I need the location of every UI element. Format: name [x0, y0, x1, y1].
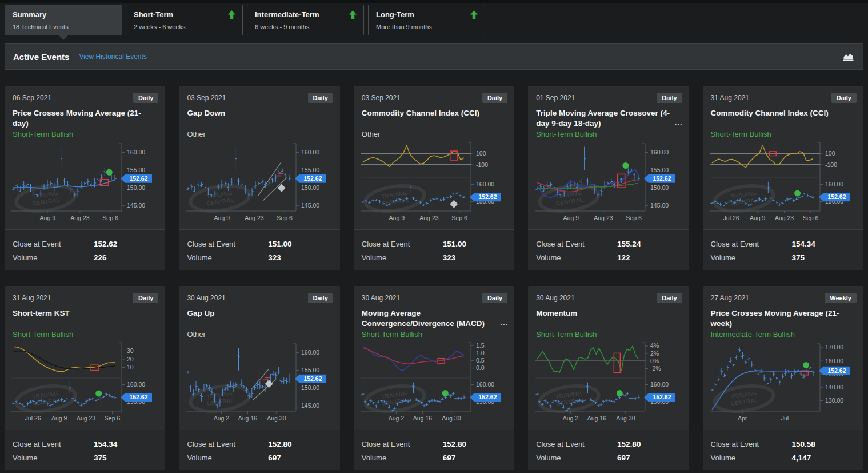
svg-text:160.00: 160.00: [127, 381, 145, 388]
event-title: Commodity Channel Index (CCI) ...: [354, 108, 514, 129]
event-card[interactable]: 03 Sep 2021 Daily Gap Down ... Other TRA…: [179, 86, 339, 270]
event-card[interactable]: 30 Aug 2021 Daily Gap Up ... Other TRADI…: [179, 286, 339, 470]
mini-chart: TRADINGCENTRALAug 2Aug 16Aug 301.51.00.5…: [354, 340, 514, 424]
svg-text:160.00: 160.00: [476, 181, 494, 188]
svg-text:Sep 6: Sep 6: [802, 214, 818, 221]
svg-text:130.00: 130.00: [825, 397, 843, 404]
close-at-event-row: Close at Event 152.80: [536, 440, 681, 448]
mini-chart: TRADINGCENTRALAug 9Aug 23Sep 6160.00155.…: [179, 140, 339, 224]
event-card[interactable]: 30 Aug 2021 Daily Momentum ... Short-Ter…: [528, 286, 689, 470]
close-at-event-row: Close at Event 152.62: [13, 240, 157, 248]
event-title: Triple Moving Average Crossover (4-day 9…: [528, 108, 689, 129]
event-card[interactable]: 31 Aug 2021 Daily Short-term KST ... Sho…: [5, 286, 165, 470]
term-tab-summary[interactable]: Summary 18 Technical Events: [5, 5, 122, 35]
svg-text:160.00: 160.00: [476, 381, 494, 388]
event-card[interactable]: 31 Aug 2021 Daily Commodity Channel Inde…: [703, 86, 863, 270]
term-tab-short-term[interactable]: Short-Term 2 weeks - 6 weeks: [126, 5, 243, 35]
close-at-event-value: 152.80: [617, 440, 641, 448]
close-at-event-label: Close at Event: [362, 240, 443, 248]
close-at-event-label: Close at Event: [362, 440, 443, 448]
term-tab-intermediate-term[interactable]: Intermediate-Term 6 weeks - 9 months: [247, 5, 364, 35]
svg-text:Sep 6: Sep 6: [102, 214, 118, 221]
event-card[interactable]: 01 Sep 2021 Daily Triple Moving Average …: [528, 86, 689, 270]
svg-text:145.00: 145.00: [301, 202, 319, 209]
term-tab-long-term[interactable]: Long-Term More than 9 months: [368, 5, 485, 35]
periodicity-badge: Daily: [308, 293, 333, 303]
close-at-event-value: 155.24: [617, 240, 641, 248]
card-header: 03 Sep 2021 Daily: [354, 86, 514, 103]
close-at-event-row: Close at Event 150.58: [711, 440, 855, 448]
event-date: 03 Sep 2021: [362, 93, 401, 102]
svg-text:Aug 9: Aug 9: [750, 214, 766, 221]
event-title-text: Commodity Channel Index (CCI): [362, 109, 479, 117]
card-header: 03 Sep 2021 Daily: [179, 86, 339, 103]
view-historical-events-link[interactable]: View Historical Events: [79, 53, 147, 61]
mini-chart: TRADINGCENTRALAug 2Aug 16Aug 304%2%0%-2%…: [528, 340, 689, 424]
event-title: Moving Average Convergence/Divergence (M…: [354, 308, 514, 329]
tab-label: Long-Term: [376, 10, 414, 19]
svg-text:0%: 0%: [650, 357, 659, 364]
tab-top-row: Summary: [13, 10, 114, 19]
svg-text:Aug 9: Aug 9: [51, 415, 67, 422]
event-title: Price Crosses Moving Average (21-week) .…: [703, 308, 863, 329]
svg-text:150.00: 150.00: [127, 184, 145, 191]
tab-label: Summary: [13, 10, 46, 19]
area-chart-icon[interactable]: [842, 51, 855, 62]
event-card[interactable]: 27 Aug 2021 Weekly Price Crosses Moving …: [703, 286, 863, 470]
close-at-event-value: 154.34: [791, 240, 815, 248]
svg-text:155.00: 155.00: [650, 166, 669, 173]
sentiment-label: Short-Term Bullish: [528, 130, 689, 138]
term-tabs: Summary 18 Technical Events Short-Term 2…: [0, 3, 868, 43]
title-overflow-ellipsis[interactable]: ...: [500, 318, 508, 328]
svg-text:160.00: 160.00: [127, 149, 145, 156]
event-date: 06 Sep 2021: [13, 93, 51, 102]
svg-text:160.00: 160.00: [301, 149, 319, 156]
close-at-event-row: Close at Event 152.80: [362, 440, 506, 448]
svg-text:-2%: -2%: [650, 365, 661, 372]
event-card[interactable]: 03 Sep 2021 Daily Commodity Channel Inde…: [354, 86, 514, 270]
svg-text:1.5: 1.5: [476, 342, 485, 349]
svg-text:145.00: 145.00: [301, 402, 319, 409]
svg-text:Jul 26: Jul 26: [25, 415, 41, 422]
event-title: Gap Down ...: [179, 108, 339, 129]
mini-chart: TRADINGCENTRALAug 9Aug 23Sep 6160.00155.…: [528, 140, 689, 224]
event-title: Gap Up ...: [179, 308, 339, 329]
close-at-event-label: Close at Event: [187, 240, 268, 248]
mini-chart: TRADINGCENTRALAprJul170.00160.00150.0014…: [703, 340, 863, 424]
svg-text:152.62: 152.62: [653, 175, 671, 182]
svg-text:20: 20: [127, 356, 134, 363]
svg-text:170.00: 170.00: [825, 344, 843, 351]
sentiment-label: Other: [179, 130, 339, 138]
volume-label: Volume: [362, 253, 443, 262]
close-at-event-label: Close at Event: [711, 440, 792, 448]
card-header: 30 Aug 2021 Daily: [354, 286, 514, 303]
svg-text:Sep 6: Sep 6: [451, 214, 467, 221]
card-footer: Close at Event 151.00 Volume 323: [354, 229, 514, 270]
svg-text:152.62: 152.62: [478, 193, 497, 200]
svg-text:Aug 2: Aug 2: [563, 415, 579, 422]
close-at-event-row: Close at Event 151.00: [187, 240, 331, 248]
bullish-up-arrow-icon: [349, 10, 357, 19]
volume-label: Volume: [187, 253, 268, 262]
volume-row: Volume 697: [362, 454, 506, 462]
event-card[interactable]: 30 Aug 2021 Daily Moving Average Converg…: [354, 286, 514, 470]
volume-label: Volume: [536, 253, 617, 262]
svg-text:152.62: 152.62: [304, 175, 322, 182]
svg-text:Aug 23: Aug 23: [245, 214, 264, 221]
event-date: 30 Aug 2021: [187, 293, 225, 302]
close-at-event-row: Close at Event 152.80: [187, 440, 331, 448]
volume-label: Volume: [711, 454, 792, 462]
event-date: 30 Aug 2021: [536, 293, 574, 302]
svg-text:Aug 23: Aug 23: [775, 214, 794, 221]
svg-text:Aug 16: Aug 16: [238, 415, 257, 422]
svg-text:Sep 6: Sep 6: [105, 415, 121, 422]
svg-text:Aug 2: Aug 2: [214, 415, 230, 422]
volume-label: Volume: [13, 454, 94, 462]
title-overflow-ellipsis[interactable]: ...: [675, 118, 683, 128]
svg-text:10: 10: [127, 364, 134, 371]
mini-chart: TRADINGCENTRALAug 9Aug 23Sep 6160.00155.…: [5, 140, 165, 224]
event-card[interactable]: 06 Sep 2021 Daily Price Crosses Moving A…: [5, 86, 165, 270]
svg-text:-100: -100: [476, 161, 488, 168]
tab-sublabel: 18 Technical Events: [13, 23, 114, 30]
svg-text:Sep 6: Sep 6: [277, 214, 293, 221]
